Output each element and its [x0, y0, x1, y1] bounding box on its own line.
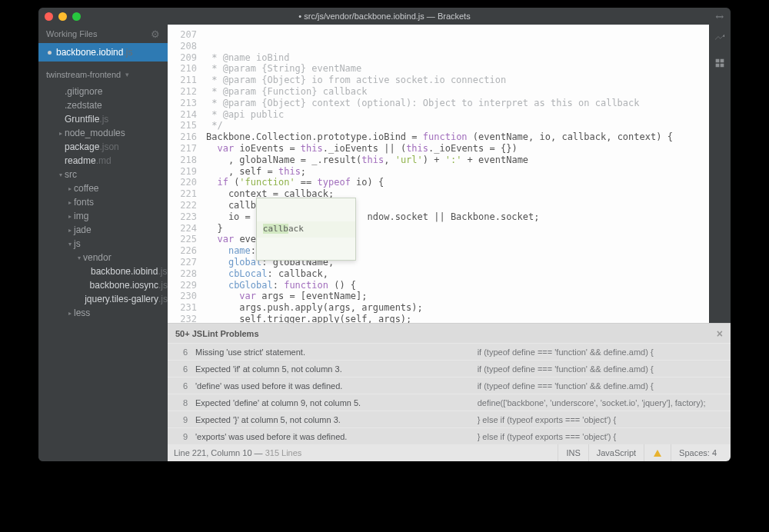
tree-item[interactable]: ▾js: [38, 237, 168, 251]
cursor-position: Line 221, Column 10 — 315 Lines: [174, 448, 301, 457]
problems-panel-header: 50+ JSLint Problems ×: [168, 323, 731, 343]
tree-item[interactable]: ▸fonts: [38, 195, 168, 209]
indent-mode[interactable]: Spaces: 4: [671, 444, 724, 461]
title-bar: • src/js/vendor/backbone.iobind.js — Bra…: [38, 8, 731, 25]
problems-panel: 50+ JSLint Problems × 6Missing 'use stri…: [168, 323, 731, 444]
warning-icon: [654, 450, 661, 457]
close-icon[interactable]: [45, 12, 53, 21]
working-file-item[interactable]: backbone.iobind.js: [38, 43, 168, 62]
line-gutter: 2072082092102112122132142152162172182192…: [168, 25, 201, 323]
project-name: twinstream-frontend: [46, 70, 121, 79]
window-controls: [45, 12, 81, 21]
tree-item[interactable]: jquery.tiles-gallery.js: [38, 292, 168, 306]
problem-row[interactable]: 6'define' was used before it was defined…: [168, 377, 731, 394]
code-area[interactable]: * @name ioBind * @param {String} eventNa…: [201, 25, 709, 323]
tree-item[interactable]: ▸coffee: [38, 181, 168, 195]
tree-item[interactable]: ▾src: [38, 168, 168, 181]
problems-title: 50+ JSLint Problems: [175, 329, 259, 338]
tree-item[interactable]: ▸less: [38, 306, 168, 320]
fullscreen-icon[interactable]: ⤢: [716, 11, 724, 22]
tree-item[interactable]: backbone.iosync.js: [38, 278, 168, 292]
tree-item[interactable]: Gruntfile.js: [38, 112, 168, 126]
tree-item[interactable]: ▸node_modules: [38, 126, 168, 140]
language-mode[interactable]: JavaScript: [588, 444, 644, 461]
project-header[interactable]: twinstream-frontend ▾: [38, 65, 168, 85]
problem-row[interactable]: 8Expected 'define' at column 9, not colu…: [168, 394, 731, 411]
live-preview-icon[interactable]: [714, 31, 726, 46]
working-files-header: Working Files ⚙: [38, 25, 168, 43]
right-rail: [709, 25, 731, 323]
tree-item[interactable]: ▸img: [38, 209, 168, 223]
tree-item[interactable]: backbone.iobind.js: [38, 264, 168, 278]
extensions-icon[interactable]: [714, 57, 726, 72]
working-files-label: Working Files: [46, 29, 97, 38]
close-icon[interactable]: ×: [717, 328, 723, 340]
tree-item[interactable]: ▾vendor: [38, 251, 168, 264]
gear-icon[interactable]: ⚙: [151, 28, 160, 40]
lint-status[interactable]: [644, 444, 671, 461]
tree-item[interactable]: package.json: [38, 140, 168, 154]
sidebar: Working Files ⚙ backbone.iobind.js twins…: [38, 25, 168, 461]
dirty-dot-icon: [48, 51, 52, 55]
tree-item[interactable]: ▸jade: [38, 223, 168, 237]
tree-item[interactable]: .zedstate: [38, 98, 168, 112]
tree-item[interactable]: readme.md: [38, 154, 168, 168]
problem-row[interactable]: 9'exports' was used before it was define…: [168, 427, 731, 444]
autocomplete-popup[interactable]: callback: [256, 198, 356, 261]
code-editor[interactable]: 2072082092102112122132142152162172182192…: [168, 25, 709, 323]
window-title: • src/js/vendor/backbone.iobind.js — Bra…: [38, 12, 731, 21]
problem-row[interactable]: 9Expected '}' at column 5, not column 3.…: [168, 411, 731, 427]
working-file-name: backbone.iobind.js: [56, 47, 132, 58]
problem-row[interactable]: 6Expected 'if' at column 5, not column 3…: [168, 360, 731, 377]
status-bar: Line 221, Column 10 — 315 Lines INS Java…: [168, 444, 731, 461]
tree-item[interactable]: .gitignore: [38, 85, 168, 98]
chevron-down-icon: ▾: [125, 71, 129, 78]
insert-mode[interactable]: INS: [558, 444, 588, 461]
file-tree: .gitignore.zedstateGruntfile.js▸node_mod…: [38, 85, 168, 461]
problem-row[interactable]: 6Missing 'use strict' statement.if (type…: [168, 343, 731, 360]
zoom-icon[interactable]: [72, 12, 81, 21]
autocomplete-item[interactable]: callback: [257, 221, 355, 238]
problems-list: 6Missing 'use strict' statement.if (type…: [168, 343, 731, 444]
minimize-icon[interactable]: [58, 12, 67, 21]
